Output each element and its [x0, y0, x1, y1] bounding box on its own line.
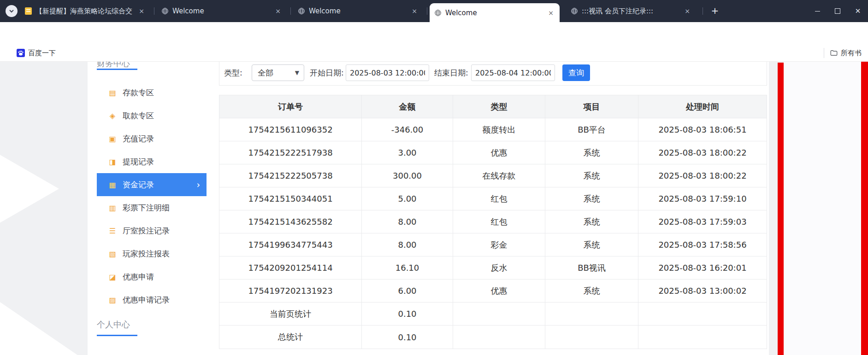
sidebar-item-recharge-record[interactable]: ▣ 充值记录	[97, 127, 207, 150]
type-select[interactable]: 全部 ▼	[252, 64, 304, 81]
window-controls: ✕	[807, 0, 868, 22]
minimize-icon[interactable]	[807, 0, 827, 22]
table-header-row: 订单号 金额 类型 项目 处理时间	[219, 95, 767, 118]
section-underline	[97, 335, 137, 336]
table-row: 1754215611096352 -346.00 额度转出 BB平台 2025-…	[219, 118, 767, 141]
tab-welcome-1[interactable]: Welcome ×	[157, 0, 287, 22]
project-cell: 系统	[545, 233, 638, 256]
sidebar-item-label: 取款专区	[123, 111, 154, 121]
sidebar-section-personal: 个人中心	[97, 320, 130, 329]
sidebar-item-label: 彩票下注明细	[123, 203, 170, 213]
table-row: 1754215222505738 300.00 在线存款 系统 2025-08-…	[219, 164, 767, 187]
query-button[interactable]: 查询	[562, 64, 590, 81]
sidebar-item-withdraw[interactable]: ◈ 取款专区	[97, 104, 207, 127]
page-right-margin	[784, 62, 861, 355]
amount-cell: 16.10	[362, 256, 453, 279]
all-bookmarks-button[interactable]: 所有书	[830, 47, 862, 59]
sidebar-item-lottery-detail[interactable]: ▥ 彩票下注明细	[97, 196, 207, 219]
summary-amount: 0.10	[362, 303, 453, 326]
type-cell: 反水	[453, 256, 545, 279]
column-header: 项目	[545, 95, 638, 118]
records-table: 订单号 金额 类型 项目 处理时间 1754215611096352 -346.…	[219, 95, 767, 349]
amount-cell: 300.00	[362, 164, 453, 187]
type-cell: 红包	[453, 210, 545, 233]
time-cell: 2025-08-03 18:00:22	[638, 164, 767, 187]
sidebar-item-funds-record[interactable]: ▦ 资金记录 ›	[97, 173, 207, 196]
tab-bet-records[interactable]: :::视讯 会员下注纪录::: ×	[566, 0, 696, 22]
order-id-cell: 1754209201254114	[219, 256, 362, 279]
amount-cell: 8.00	[362, 233, 453, 256]
summary-amount: 0.10	[362, 326, 453, 349]
time-cell: 2025-08-03 18:00:22	[638, 141, 767, 164]
sidebar-item-hall-bet-record[interactable]: ☰ 厅室投注记录	[97, 219, 207, 242]
table-row: 1754215143625582 8.00 红包 系统 2025-08-03 1…	[219, 210, 767, 233]
decorative-triangle	[0, 150, 59, 227]
sidebar-item-promo-record[interactable]: ▨ 优惠申请记录	[97, 288, 207, 311]
sidebar-item-player-report[interactable]: ▧ 玩家投注报表	[97, 242, 207, 265]
bookmark-baidu[interactable]: 百度一下	[14, 47, 59, 59]
tab-divider	[703, 7, 703, 15]
player-report-icon: ▧	[108, 250, 117, 258]
tab-forum[interactable]: 【新提醒】海燕策略论坛综合交 ×	[20, 0, 150, 22]
close-icon[interactable]: ×	[683, 7, 691, 15]
project-cell: 系统	[545, 210, 638, 233]
chevron-right-icon: ›	[196, 180, 200, 190]
end-date-input[interactable]	[471, 64, 555, 81]
globe-icon	[571, 7, 578, 15]
tab-welcome-2[interactable]: Welcome ×	[293, 0, 423, 22]
deposit-icon: ▤	[108, 88, 117, 97]
start-date-input[interactable]	[346, 64, 429, 81]
table-row: 1754215222517938 3.00 优惠 系统 2025-08-03 1…	[219, 141, 767, 164]
sidebar-item-withdrawal-record[interactable]: ◨ 提现记录	[97, 150, 207, 173]
close-icon[interactable]: ×	[274, 7, 282, 15]
summary-row-current-page: 当前页统计 0.10	[219, 303, 767, 326]
type-select-value: 全部	[258, 68, 273, 78]
close-icon[interactable]: ×	[547, 9, 555, 17]
recharge-record-icon: ▣	[108, 134, 117, 143]
sidebar-item-deposit[interactable]: ▤ 存款专区	[97, 81, 207, 104]
close-window-icon[interactable]: ✕	[848, 0, 868, 22]
time-cell: 2025-08-03 17:59:10	[638, 187, 767, 210]
tab-title: Welcome	[309, 7, 407, 15]
close-icon[interactable]: ×	[410, 7, 419, 15]
globe-icon	[434, 9, 442, 17]
tab-welcome-active[interactable]: Welcome ×	[430, 3, 560, 22]
tabs-container: 【新提醒】海燕策略论坛综合交 × Welcome × Welcome × Wel…	[20, 0, 703, 22]
hall-bet-record-icon: ☰	[108, 227, 117, 235]
funds-record-icon: ▦	[108, 180, 117, 189]
red-background-strip	[778, 63, 784, 355]
tab-title: 【新提醒】海燕策略论坛综合交	[35, 7, 134, 16]
tab-title: :::视讯 会员下注纪录:::	[582, 7, 679, 16]
sidebar-item-label: 资金记录	[123, 180, 154, 190]
table-row: 1754215150344051 5.00 红包 系统 2025-08-03 1…	[219, 187, 767, 210]
project-cell: BB视讯	[545, 256, 638, 279]
close-icon[interactable]: ×	[137, 7, 146, 15]
decorative-triangle	[0, 302, 77, 355]
order-id-cell: 1754215150344051	[219, 187, 362, 210]
sidebar-item-label: 优惠申请记录	[123, 295, 170, 305]
promo-record-icon: ▨	[108, 296, 117, 304]
new-tab-button[interactable]: +	[709, 5, 721, 17]
type-cell: 红包	[453, 187, 545, 210]
table-row: 1754199634775443 8.00 彩金 系统 2025-08-03 1…	[219, 233, 767, 256]
page-viewport: 财务中心 ▤ 存款专区 ◈ 取款专区 ▣ 充值记录 ◨ 提现记录 ▦ 资金记录 …	[0, 62, 868, 355]
start-date-label: 开始日期:	[310, 68, 344, 78]
order-id-cell: 1754199634775443	[219, 233, 362, 256]
amount-cell: 8.00	[362, 210, 453, 233]
project-cell: 系统	[545, 279, 638, 303]
project-cell: BB平台	[545, 118, 638, 141]
maximize-icon[interactable]	[827, 0, 848, 22]
withdrawal-record-icon: ◨	[108, 157, 117, 166]
order-id-cell: 1754215611096352	[219, 118, 362, 141]
order-id-cell: 1754215143625582	[219, 210, 362, 233]
amount-cell: -346.00	[362, 118, 453, 141]
order-id-cell: 1754215222505738	[219, 164, 362, 187]
tab-search-button[interactable]	[6, 5, 18, 17]
column-header: 处理时间	[638, 95, 767, 118]
amount-cell: 3.00	[362, 141, 453, 164]
sidebar-item-promo-apply[interactable]: ◪ 优惠申请	[97, 265, 207, 288]
bookmark-label: 百度一下	[28, 49, 56, 58]
folder-icon	[830, 49, 838, 57]
empty-cell	[638, 303, 767, 326]
tab-title: Welcome	[172, 7, 270, 15]
